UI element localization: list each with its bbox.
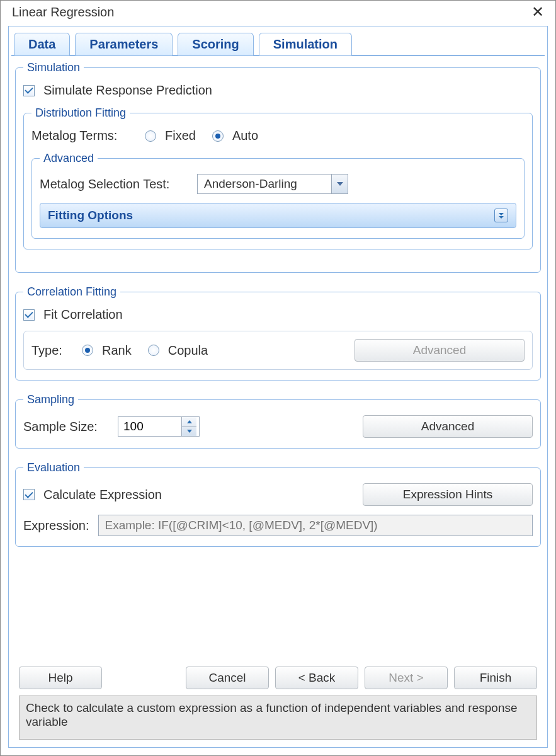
correlation-type-label: Type: (31, 343, 76, 358)
tab-data[interactable]: Data (14, 33, 70, 55)
correlation-copula-label: Copula (168, 343, 208, 358)
group-distribution-advanced-legend: Advanced (40, 152, 98, 165)
spin-up-button[interactable] (182, 417, 196, 427)
close-icon[interactable]: ✕ (528, 4, 548, 20)
sample-size-input[interactable] (118, 417, 181, 436)
metalog-fixed-radio[interactable] (145, 130, 156, 142)
calc-expression-checkbox[interactable] (23, 489, 35, 500)
calc-expression-label: Calculate Expression (43, 488, 162, 502)
tab-scoring[interactable]: Scoring (178, 33, 253, 55)
double-chevron-down-icon (494, 209, 508, 222)
correlation-rank-radio[interactable] (82, 345, 93, 356)
correlation-advanced-button[interactable]: Advanced (355, 339, 525, 362)
tab-simulation[interactable]: Simulation (259, 33, 352, 55)
metalog-terms-row: Metalog Terms: Fixed Auto (31, 129, 525, 143)
fitting-options-accordion[interactable]: Fitting Options (40, 203, 516, 228)
tab-parameters[interactable]: Parameters (75, 33, 173, 55)
help-button[interactable]: Help (19, 667, 102, 689)
arrow-down-icon (187, 430, 192, 433)
chevron-down-icon (331, 175, 348, 193)
fit-correlation-label: Fit Correlation (43, 307, 123, 322)
window-title: Linear Regression (12, 5, 114, 20)
tab-content-simulation: Simulation Simulate Response Prediction … (11, 55, 545, 745)
simulate-label: Simulate Response Prediction (43, 83, 212, 98)
correlation-type-radios: Type: Rank Copula (31, 343, 208, 358)
group-distribution-legend: Distribution Fitting (31, 106, 130, 120)
group-simulation-legend: Simulation (23, 61, 84, 74)
metalog-terms-label: Metalog Terms: (31, 129, 139, 143)
group-distribution-advanced: Advanced Metalog Selection Test: Anderso… (31, 152, 525, 239)
selection-test-label: Metalog Selection Test: (40, 177, 191, 192)
tab-bar: Data Parameters Scoring Simulation (11, 33, 545, 55)
hint-text: Check to calculate a custom expression a… (19, 696, 537, 740)
simulate-checkbox[interactable] (23, 85, 35, 96)
group-distribution-fitting: Distribution Fitting Metalog Terms: Fixe… (23, 106, 533, 249)
cancel-button[interactable]: Cancel (186, 667, 269, 689)
expression-label: Expression: (23, 518, 89, 533)
correlation-type-row: Type: Rank Copula Advanced (23, 331, 533, 370)
sampling-row: Sample Size: Advanced (23, 415, 533, 438)
group-simulation: Simulation Simulate Response Prediction … (15, 61, 541, 273)
spin-down-button[interactable] (182, 427, 196, 437)
metalog-fixed-label: Fixed (165, 129, 196, 143)
correlation-copula-radio[interactable] (148, 345, 159, 356)
fitting-options-label: Fitting Options (48, 209, 133, 222)
dialog-window: Linear Regression ✕ Data Parameters Scor… (0, 0, 556, 756)
expression-input[interactable] (98, 515, 533, 536)
metalog-auto-label: Auto (232, 129, 258, 143)
finish-button[interactable]: Finish (454, 667, 537, 689)
group-evaluation: Evaluation Calculate Expression Expressi… (15, 461, 541, 547)
group-sampling-legend: Sampling (23, 393, 78, 406)
group-correlation-legend: Correlation Fitting (23, 285, 120, 299)
back-button[interactable]: < Back (275, 667, 358, 689)
group-sampling: Sampling Sample Size: Advanced (15, 393, 541, 449)
group-correlation-fitting: Correlation Fitting Fit Correlation Type… (15, 285, 541, 381)
sample-size-label: Sample Size: (23, 420, 111, 434)
footer-buttons: Help Cancel < Back Next > Finish (19, 667, 537, 689)
titlebar: Linear Regression ✕ (1, 1, 555, 23)
arrow-up-icon (187, 420, 192, 423)
selection-test-value: Anderson-Darling (198, 177, 304, 191)
next-button[interactable]: Next > (365, 667, 448, 689)
fit-correlation-checkbox[interactable] (23, 309, 35, 321)
metalog-auto-radio[interactable] (212, 130, 224, 142)
calc-expression-row: Calculate Expression Expression Hints (23, 483, 533, 506)
dialog-body: Data Parameters Scoring Simulation Simul… (8, 26, 548, 748)
selection-test-row: Metalog Selection Test: Anderson-Darling (40, 174, 516, 194)
expression-hints-button[interactable]: Expression Hints (363, 483, 533, 506)
selection-test-dropdown[interactable]: Anderson-Darling (197, 174, 348, 194)
fit-correlation-row: Fit Correlation (23, 307, 533, 322)
simulate-row: Simulate Response Prediction (23, 83, 533, 98)
expression-row: Expression: (23, 515, 533, 536)
footer: Help Cancel < Back Next > Finish Check t… (15, 664, 541, 745)
correlation-rank-label: Rank (102, 343, 132, 358)
group-evaluation-legend: Evaluation (23, 461, 84, 474)
spin-buttons (181, 417, 196, 436)
sample-size-spinbox[interactable] (118, 416, 200, 437)
sampling-advanced-button[interactable]: Advanced (363, 415, 533, 438)
